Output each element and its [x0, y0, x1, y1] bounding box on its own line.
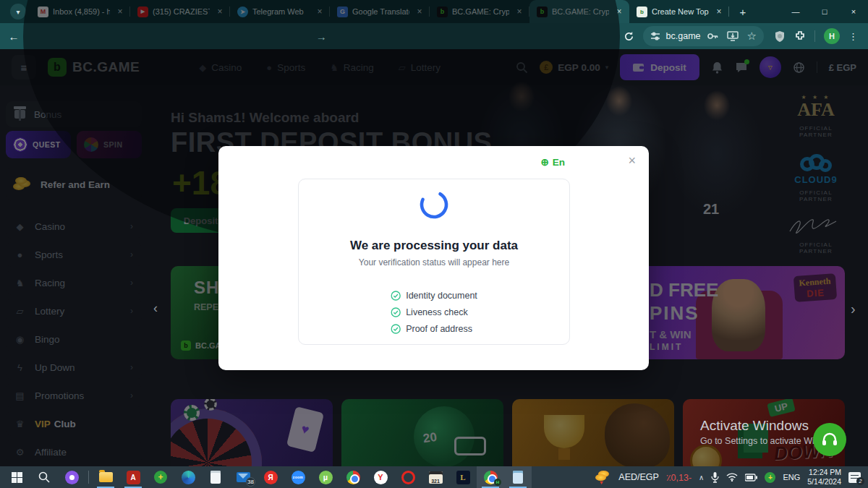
- tab-create-new-topic[interactable]: b Create New Topic - B ×: [629, 0, 729, 23]
- taskbar-search-icon[interactable]: [30, 466, 58, 488]
- checklist-item: Proof of address: [391, 324, 477, 334]
- yandex-icon[interactable]: Я: [257, 466, 284, 488]
- toolbar-divider: [814, 30, 815, 42]
- keyboard-language[interactable]: ENG: [783, 473, 800, 481]
- file-explorer-icon[interactable]: [92, 466, 119, 488]
- minimize-button[interactable]: —: [781, 0, 810, 23]
- notification-center-icon[interactable]: 2: [848, 472, 861, 483]
- verification-checklist: Identity document Liveness check Proof o…: [391, 291, 477, 334]
- check-circle-icon: [391, 291, 401, 301]
- adblock-shield-icon[interactable]: [774, 30, 786, 43]
- site-settings-icon[interactable]: [650, 31, 660, 41]
- system-tray: ▾ AED/EGP ٪0,13- ∧ + ENG 12:24 PM 5/14/2…: [595, 468, 865, 487]
- notepad-window-icon[interactable]: [504, 466, 532, 488]
- checklist-item: Liveness check: [391, 307, 477, 317]
- zoom-icon[interactable]: zoom: [284, 466, 312, 488]
- url-text[interactable]: bc.game: [666, 31, 701, 41]
- modal-subtitle: Your verification status will appear her…: [299, 257, 569, 267]
- edge-icon[interactable]: [174, 466, 202, 488]
- headset-icon: [821, 432, 838, 448]
- battery-icon[interactable]: [745, 474, 757, 481]
- verification-modal: ⊕ En × We are processing your data Your …: [218, 146, 649, 370]
- checklist-label: Proof of address: [406, 324, 472, 334]
- screen: ▾ M Inbox (4,859) - hossa × ▶ (315) CRAZ…: [0, 0, 868, 488]
- time-text: 12:24 PM: [807, 468, 841, 477]
- antivirus-icon[interactable]: +: [147, 466, 174, 488]
- tray-antivirus-icon[interactable]: +: [765, 472, 775, 483]
- klite-player-icon[interactable]: 321: [422, 466, 449, 488]
- date-text: 5/14/2024: [807, 477, 841, 487]
- modal-title: We are processing your data: [299, 239, 569, 253]
- check-circle-icon: [391, 324, 401, 334]
- profile-h-badge: H: [494, 479, 501, 486]
- language-label: En: [553, 157, 565, 168]
- checklist-label: Liveness check: [406, 307, 467, 317]
- league-of-legends-icon[interactable]: L: [449, 466, 477, 488]
- mail-badge: 38: [246, 477, 255, 487]
- modal-close-icon[interactable]: ×: [628, 153, 636, 168]
- ticker-change[interactable]: ٪0,13-: [666, 472, 692, 483]
- utorrent-icon[interactable]: µ: [312, 466, 339, 488]
- wifi-icon[interactable]: [726, 473, 738, 481]
- browser-menu-icon[interactable]: ⋮: [848, 31, 858, 42]
- windows-taskbar: A + 38 Я zoom µ Y 321 L H ▾ AED/EGP ٪0,1…: [0, 466, 868, 488]
- forum-icon: b: [637, 7, 647, 17]
- notification-badge: 2: [856, 477, 864, 485]
- start-button[interactable]: [3, 466, 30, 488]
- checklist-label: Identity document: [406, 291, 477, 301]
- notepad-icon[interactable]: [202, 466, 229, 488]
- alice-assistant-icon[interactable]: [58, 466, 85, 488]
- ticker-pair[interactable]: AED/EGP: [618, 472, 659, 482]
- mail-icon[interactable]: 38: [229, 466, 257, 488]
- browser-actions: H ⋮: [771, 28, 861, 44]
- taskbar-divider: [88, 471, 89, 484]
- window-controls: — □ ×: [781, 0, 868, 23]
- yandex-browser-icon[interactable]: Y: [367, 466, 394, 488]
- maximize-button[interactable]: □: [810, 0, 839, 23]
- profile-avatar[interactable]: H: [824, 28, 840, 44]
- page-viewport: ≡ b BC.GAME ◆ Casino ● Sports ♞ Racing ▱…: [0, 49, 868, 466]
- back-button[interactable]: ←: [7, 27, 20, 46]
- browser-toolbar: ← → bc.game ☆: [0, 23, 868, 49]
- opera-icon[interactable]: [394, 466, 422, 488]
- password-key-icon[interactable]: [707, 30, 718, 42]
- language-selector[interactable]: ⊕ En: [540, 156, 565, 168]
- processing-card: We are processing your data Your verific…: [298, 179, 570, 345]
- chrome-icon[interactable]: [339, 466, 367, 488]
- acrobat-icon[interactable]: A: [119, 466, 147, 488]
- reload-button[interactable]: [623, 27, 636, 46]
- loading-spinner: [417, 188, 451, 221]
- checklist-item: Identity document: [391, 291, 477, 301]
- currency-widget-icon[interactable]: ▾: [595, 471, 611, 484]
- address-bar[interactable]: bc.game ☆: [643, 26, 764, 46]
- chrome-profile-window-icon[interactable]: H: [477, 466, 504, 488]
- tab-label: Create New Topic - B: [652, 7, 709, 16]
- tray-expand-icon[interactable]: ∧: [699, 474, 704, 481]
- sidebar-collapse-icon[interactable]: ‹: [153, 301, 158, 316]
- support-headset-button[interactable]: [813, 423, 846, 456]
- carousel-next-icon[interactable]: ›: [851, 301, 856, 317]
- check-circle-icon: [391, 307, 401, 317]
- taskbar-clock[interactable]: 12:24 PM 5/14/2024: [807, 468, 841, 487]
- install-app-icon[interactable]: [727, 30, 739, 42]
- bookmark-star-icon[interactable]: ☆: [747, 30, 757, 43]
- close-window-button[interactable]: ×: [839, 0, 868, 23]
- globe-icon: ⊕: [540, 156, 548, 168]
- new-tab-button[interactable]: +: [733, 2, 752, 21]
- windows-logo-icon: [12, 472, 22, 483]
- extensions-puzzle-icon[interactable]: [794, 30, 806, 42]
- tab-close-icon[interactable]: ×: [713, 7, 725, 17]
- microphone-icon[interactable]: [711, 472, 719, 483]
